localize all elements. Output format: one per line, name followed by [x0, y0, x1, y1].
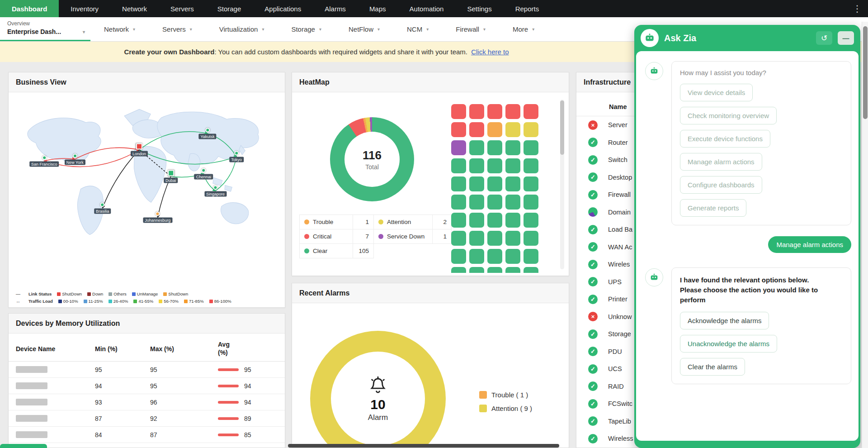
device-category-label[interactable]: WAN Ac — [608, 243, 632, 251]
heatmap-tile[interactable] — [524, 267, 538, 273]
topnav-item-dashboard[interactable]: Dashboard — [0, 0, 59, 17]
device-category-label[interactable]: Desktop — [608, 174, 632, 181]
tab-servers[interactable]: Servers▾ — [149, 25, 206, 33]
zia-action-acknowledge-the-alarms[interactable]: Acknowledge the alarms — [680, 312, 769, 329]
device-category-label[interactable]: Firewall — [608, 191, 631, 198]
heatmap-tile[interactable] — [505, 158, 520, 173]
heatmap-tile[interactable] — [451, 176, 466, 191]
topnav-item-inventory[interactable]: Inventory — [59, 0, 110, 17]
heatmap-tile[interactable] — [487, 231, 502, 246]
topnav-item-alarms[interactable]: Alarms — [313, 0, 358, 17]
heatmap-tile[interactable] — [505, 104, 520, 119]
heatmap-tile[interactable] — [524, 249, 538, 264]
tab-netflow[interactable]: NetFlow▾ — [335, 25, 393, 33]
heatmap-tile[interactable] — [524, 140, 538, 155]
tab-firewall[interactable]: Firewall▾ — [442, 25, 499, 33]
device-category-label[interactable]: FCSwitc — [608, 400, 632, 407]
zia-option-view-device-details[interactable]: View device details — [680, 84, 753, 101]
kebab-menu-icon[interactable]: ⋮ — [853, 0, 862, 17]
heatmap-tile[interactable] — [469, 158, 484, 173]
device-category-label[interactable]: TapeLib — [608, 418, 631, 425]
page-vertical-scrollbar[interactable] — [862, 22, 868, 448]
map-node-chennai[interactable]: Chennai — [194, 168, 213, 179]
page-horizontal-scrollbar[interactable] — [0, 443, 862, 448]
heatmap-tile[interactable] — [469, 249, 484, 264]
device-category-label[interactable]: Load Ba — [608, 226, 632, 233]
heatmap-tile[interactable] — [487, 267, 502, 273]
zia-reset-button[interactable]: ↺ — [816, 31, 832, 45]
table-row[interactable]: 879289 — [9, 410, 285, 427]
heatmap-tile[interactable] — [469, 104, 484, 119]
device-category-label[interactable]: Switch — [608, 156, 627, 163]
column-header-min[interactable]: Min (%) — [95, 341, 150, 357]
device-category-label[interactable]: PDU — [608, 348, 622, 355]
heatmap-tile[interactable] — [524, 231, 538, 246]
zia-option-configure-dashboards[interactable]: Configure dashboards — [680, 176, 762, 194]
map-node-brasilia[interactable]: Brasilia — [94, 202, 111, 214]
heatmap-tile[interactable] — [524, 104, 538, 119]
tab-ncm[interactable]: NCM▾ — [393, 25, 442, 33]
world-map[interactable]: San FranciscoNew YorkLondonDubaiYakutskT… — [16, 96, 278, 267]
heatmap-tile[interactable] — [451, 195, 466, 210]
device-category-label[interactable]: Unknow — [608, 313, 632, 320]
heatmap-tile[interactable] — [451, 104, 466, 119]
topnav-item-applications[interactable]: Applications — [253, 0, 313, 17]
device-category-label[interactable]: Wireles — [608, 261, 630, 268]
column-header-avg[interactable]: Avg (%) — [218, 341, 239, 357]
device-category-label[interactable]: Storage — [608, 330, 631, 338]
zia-minimize-button[interactable]: — — [838, 31, 854, 45]
map-node-johannesburg[interactable]: Johannesburg — [143, 212, 172, 223]
heatmap-tile[interactable] — [469, 140, 484, 155]
zia-option-execute-device-functions[interactable]: Execute device functions — [680, 130, 770, 148]
column-header-max[interactable]: Max (%) — [150, 341, 218, 357]
heatmap-tile[interactable] — [505, 213, 520, 228]
heatmap-tile[interactable] — [451, 158, 466, 173]
heatmap-tile[interactable] — [451, 140, 466, 155]
vertical-scrollbar-thumb[interactable] — [863, 26, 868, 119]
heatmap-tile[interactable] — [451, 267, 466, 273]
tab-storage[interactable]: Storage▾ — [278, 25, 335, 33]
topnav-item-maps[interactable]: Maps — [358, 0, 398, 17]
heatmap-tile[interactable] — [524, 213, 538, 228]
device-category-label[interactable]: UCS — [608, 365, 622, 372]
map-node-new-york[interactable]: New York — [65, 153, 85, 165]
table-row[interactable]: 959595 — [9, 362, 285, 378]
device-category-label[interactable]: Printer — [608, 295, 627, 303]
heatmap-tile[interactable] — [469, 267, 484, 273]
table-row[interactable]: 939694 — [9, 394, 285, 410]
table-row[interactable]: 949594 — [9, 378, 285, 394]
heatmap-tile[interactable] — [505, 267, 520, 273]
heatmap-scrollbar-thumb[interactable] — [560, 100, 564, 155]
tab-virtualization[interactable]: Virtualization▾ — [206, 25, 278, 33]
zia-option-manage-alarm-actions[interactable]: Manage alarm actions — [680, 153, 762, 171]
zia-user-selected-action[interactable]: Manage alarm actions — [768, 236, 851, 253]
heatmap-tile[interactable] — [487, 213, 502, 228]
topnav-item-servers[interactable]: Servers — [159, 0, 206, 17]
map-node-dubai[interactable]: Dubai — [164, 170, 178, 183]
topnav-item-storage[interactable]: Storage — [206, 0, 253, 17]
tab-more[interactable]: More▾ — [499, 25, 548, 33]
heatmap-tile[interactable] — [505, 195, 520, 210]
heatmap-tile[interactable] — [451, 249, 466, 264]
heatmap-tile[interactable] — [524, 195, 538, 210]
map-node-tokyo[interactable]: Tokyo — [229, 151, 244, 162]
horizontal-scrollbar-thumb[interactable] — [288, 444, 559, 448]
device-category-label[interactable]: Router — [608, 139, 628, 146]
map-node-singapore[interactable]: Singapore — [204, 185, 226, 196]
heatmap-tile[interactable] — [451, 231, 466, 246]
alarms-donut-chart[interactable]: 10 Alarm — [310, 331, 446, 448]
heatmap-tile[interactable] — [505, 176, 520, 191]
heatmap-tile[interactable] — [505, 122, 520, 137]
heatmap-tile[interactable] — [524, 122, 538, 137]
heatmap-tile[interactable] — [487, 158, 502, 173]
map-node-yakutsk[interactable]: Yakutsk — [198, 128, 216, 139]
heatmap-scrollbar[interactable] — [560, 100, 564, 269]
heatmap-tile[interactable] — [487, 140, 502, 155]
device-category-label[interactable]: Domain — [608, 209, 631, 216]
table-row[interactable]: 848785 — [9, 427, 285, 443]
device-category-label[interactable]: UPS — [608, 278, 622, 286]
topnav-item-automation[interactable]: Automation — [398, 0, 456, 17]
topnav-item-settings[interactable]: Settings — [455, 0, 503, 17]
heatmap-tile[interactable] — [469, 213, 484, 228]
heatmap-tile[interactable] — [451, 122, 466, 137]
